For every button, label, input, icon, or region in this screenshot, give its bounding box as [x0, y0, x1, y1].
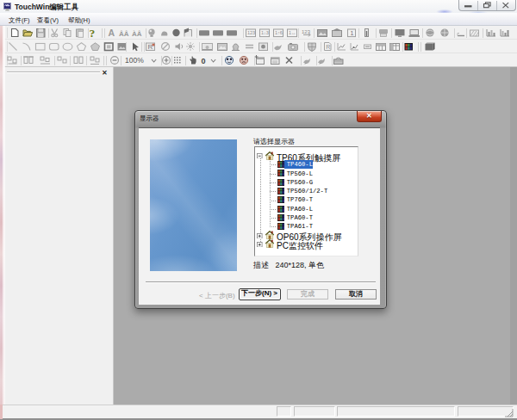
svg-text:ÀÂ: ÀÂ	[132, 30, 142, 38]
svg-text:1↑6: 1↑6	[275, 30, 283, 35]
svg-text:1↓3: 1↓3	[261, 30, 269, 35]
svg-text:100%: 100%	[125, 56, 144, 65]
svg-text:1↔: 1↔	[289, 30, 296, 35]
svg-text:ÂÂ: ÂÂ	[119, 30, 129, 38]
svg-text:?: ?	[90, 27, 96, 39]
svg-text:R: R	[326, 44, 330, 50]
svg-text:123: 123	[247, 30, 255, 35]
svg-text:1: 1	[351, 30, 354, 36]
svg-text:0: 0	[202, 57, 206, 65]
svg-text:A: A	[109, 28, 115, 38]
